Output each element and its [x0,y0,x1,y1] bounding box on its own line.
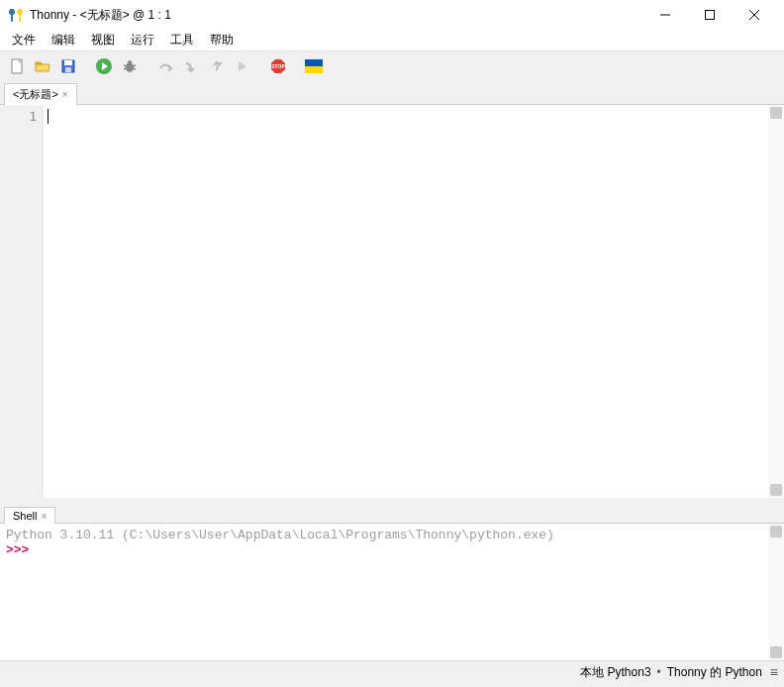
shell-prompt: >>> [6,542,29,557]
window-controls [642,0,776,30]
svg-rect-17 [305,59,323,66]
svg-point-10 [128,60,132,64]
scroll-down-icon[interactable] [770,646,782,658]
scroll-up-icon[interactable] [770,526,782,538]
shell-tabbar: Shell × [0,502,784,524]
shell-scrollbar[interactable] [768,524,784,660]
status-interpreter-thonny[interactable]: Thonny 的 Python [667,664,762,681]
statusbar: 本地 Python3 • Thonny 的 Python ≡ [0,660,784,683]
menu-help[interactable]: 帮助 [202,30,242,50]
new-file-button[interactable] [6,55,28,77]
svg-rect-1 [705,11,714,20]
save-file-button[interactable] [57,55,79,77]
shell-version-line: Python 3.10.11 (C:\Users\User\AppData\Lo… [6,528,778,542]
ukraine-flag-icon[interactable] [303,55,325,77]
svg-line-14 [133,68,136,69]
svg-line-11 [124,65,127,66]
editor-scrollbar[interactable] [768,105,784,498]
close-tab-icon[interactable]: × [62,89,68,100]
menubar: 文件 编辑 视图 运行 工具 帮助 [0,30,784,51]
window-title: Thonny - <无标题> @ 1 : 1 [30,7,642,24]
code-editor[interactable] [44,105,784,498]
editor-tab-label: <无标题> [13,87,58,102]
menu-run[interactable]: 运行 [123,30,162,50]
minimize-button[interactable] [642,0,687,30]
editor-tab[interactable]: <无标题> × [4,83,77,105]
scroll-down-icon[interactable] [770,484,782,496]
close-shell-tab-icon[interactable]: × [41,511,47,522]
editor-tabbar: <无标题> × [0,81,784,105]
menu-tools[interactable]: 工具 [162,30,202,50]
close-button[interactable] [732,0,776,30]
svg-rect-18 [305,66,323,73]
debug-button[interactable] [119,55,141,77]
open-file-button[interactable] [32,55,53,77]
shell-area[interactable]: Python 3.10.11 (C:\Users\User\AppData\Lo… [0,524,784,660]
svg-line-13 [124,68,127,69]
shell-tab[interactable]: Shell × [4,507,55,524]
scroll-up-icon[interactable] [770,107,782,119]
status-separator-icon: • [657,665,661,679]
line-number: 1 [0,109,37,124]
maximize-button[interactable] [687,0,732,30]
status-menu-icon[interactable]: ≡ [768,664,780,680]
svg-rect-7 [65,67,71,72]
menu-edit[interactable]: 编辑 [44,30,83,50]
shell-tab-label: Shell [13,510,37,522]
stop-button[interactable]: STOP [267,55,289,77]
step-out-button[interactable] [206,55,228,77]
svg-line-12 [133,65,136,66]
resume-button[interactable] [232,55,253,77]
step-into-button[interactable] [180,55,202,77]
svg-rect-6 [64,60,72,65]
status-interpreter-local[interactable]: 本地 Python3 [580,664,650,681]
titlebar: Thonny - <无标题> @ 1 : 1 [0,0,784,30]
line-gutter: 1 [0,105,44,498]
menu-file[interactable]: 文件 [4,30,44,50]
toolbar: STOP [0,51,784,81]
thonny-app-icon [8,7,24,23]
step-over-button[interactable] [154,55,176,77]
editor-area: 1 [0,105,784,498]
menu-view[interactable]: 视图 [83,30,123,50]
run-button[interactable] [93,55,115,77]
svg-text:STOP: STOP [271,63,285,69]
